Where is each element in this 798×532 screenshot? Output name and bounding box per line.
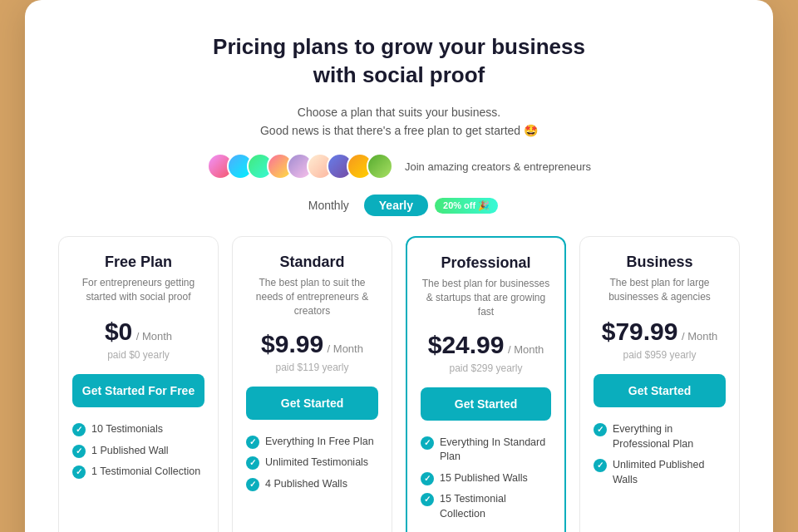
feature-text: 4 Published Walls — [265, 477, 347, 492]
price-amount: $9.99 — [261, 330, 323, 357]
feature-text: Everything In Standard Plan — [440, 436, 551, 465]
feature-item: 4 Published Walls — [246, 477, 378, 492]
price-period: / Month — [682, 330, 717, 342]
check-icon — [421, 493, 434, 506]
cta-button[interactable]: Get Started — [594, 374, 726, 407]
feature-list: 10 Testimonials 1 Published Wall 1 Testi… — [72, 422, 204, 480]
price-row: $79.99 / Month — [594, 318, 726, 346]
billing-toggle-row: Monthly Yearly 20% off 🎉 — [58, 195, 740, 216]
avatar — [367, 153, 393, 180]
check-icon — [421, 472, 434, 485]
feature-text: Everything In Free Plan — [265, 435, 374, 450]
price-period: / Month — [136, 330, 172, 342]
check-icon — [246, 436, 259, 449]
yearly-toggle-button[interactable]: Yearly — [364, 195, 428, 216]
price-amount: $0 — [105, 318, 132, 345]
price-yearly: paid $299 yearly — [421, 362, 551, 374]
check-icon — [246, 478, 259, 491]
page-title: Pricing plans to grow your business with… — [58, 33, 740, 90]
plan-card-free-plan: Free Plan For entrepreneurs getting star… — [58, 236, 219, 532]
feature-text: Unlimited Published Walls — [613, 458, 726, 487]
price-yearly: paid $119 yearly — [246, 362, 378, 373]
check-icon — [594, 459, 607, 472]
feature-item: 1 Testimonial Collection — [72, 465, 204, 480]
plan-card-business: Business The best plan for large busines… — [579, 236, 740, 532]
feature-text: 15 Testimonial Collection — [440, 492, 551, 521]
feature-text: Unlimited Testimonials — [265, 456, 368, 470]
price-period: / Month — [508, 343, 544, 356]
price-row: $24.99 / Month — [421, 331, 551, 359]
feature-item: 15 Testimonial Collection — [421, 492, 551, 521]
pricing-card: Pricing plans to grow your business with… — [25, 0, 773, 532]
avatars-label: Join amazing creators & entrepreneurs — [405, 160, 591, 173]
plan-card-standard: Standard The best plan to suit the needs… — [232, 236, 392, 532]
price-amount: $24.99 — [428, 331, 505, 358]
subtitle-text: Choose a plan that suits your business. … — [58, 103, 740, 140]
feature-text: 15 Published Walls — [440, 471, 528, 486]
avatar-group — [207, 153, 393, 180]
plan-name: Business — [594, 254, 726, 271]
check-icon — [72, 445, 86, 458]
feature-item: 10 Testimonials — [72, 422, 204, 437]
plan-desc: For entrepreneurs getting started with s… — [72, 276, 204, 306]
feature-text: Everything in Professional Plan — [613, 422, 726, 451]
check-icon — [421, 436, 434, 450]
feature-text: 1 Published Wall — [91, 444, 169, 459]
plan-name: Professional — [421, 254, 551, 272]
price-amount: $79.99 — [602, 318, 678, 345]
cta-button[interactable]: Get Started — [421, 387, 551, 421]
discount-badge: 20% off 🎉 — [435, 198, 498, 214]
monthly-toggle-button[interactable]: Monthly — [300, 195, 357, 216]
feature-item: Unlimited Testimonials — [246, 456, 378, 470]
check-icon — [72, 423, 86, 436]
feature-item: Unlimited Published Walls — [594, 458, 726, 487]
price-period: / Month — [328, 342, 363, 355]
plan-name: Free Plan — [72, 254, 204, 271]
plan-desc: The best plan for businesses & startups … — [421, 277, 551, 318]
check-icon — [246, 456, 259, 470]
plan-name: Standard — [246, 254, 378, 271]
feature-list: Everything In Free Plan Unlimited Testim… — [246, 435, 378, 492]
social-proof-row: Join amazing creators & entrepreneurs — [58, 153, 740, 180]
feature-item: Everything In Standard Plan — [421, 436, 551, 465]
cta-button[interactable]: Get Started — [246, 387, 378, 420]
check-icon — [594, 423, 607, 436]
feature-list: Everything In Standard Plan 15 Published… — [421, 436, 551, 522]
plan-desc: The best plan for large businesses & age… — [594, 276, 726, 306]
check-icon — [72, 466, 86, 479]
price-row: $9.99 / Month — [246, 330, 378, 358]
plans-grid: Free Plan For entrepreneurs getting star… — [58, 236, 740, 532]
feature-item: Everything In Free Plan — [246, 435, 378, 450]
price-row: $0 / Month — [72, 318, 204, 346]
header-section: Pricing plans to grow your business with… — [58, 33, 740, 90]
cta-button[interactable]: Get Started For Free — [72, 374, 204, 407]
feature-list: Everything in Professional Plan Unlimite… — [594, 422, 726, 487]
price-yearly: paid $959 yearly — [594, 349, 726, 361]
feature-item: 1 Published Wall — [72, 444, 204, 459]
feature-item: Everything in Professional Plan — [594, 422, 726, 451]
plan-card-professional: Professional The best plan for businesse… — [406, 236, 566, 532]
feature-text: 10 Testimonials — [91, 422, 163, 437]
feature-item: 15 Published Walls — [421, 471, 551, 486]
plan-desc: The best plan to suit the needs of entre… — [246, 276, 378, 318]
price-yearly: paid $0 yearly — [72, 349, 204, 361]
feature-text: 1 Testimonial Collection — [91, 465, 200, 480]
